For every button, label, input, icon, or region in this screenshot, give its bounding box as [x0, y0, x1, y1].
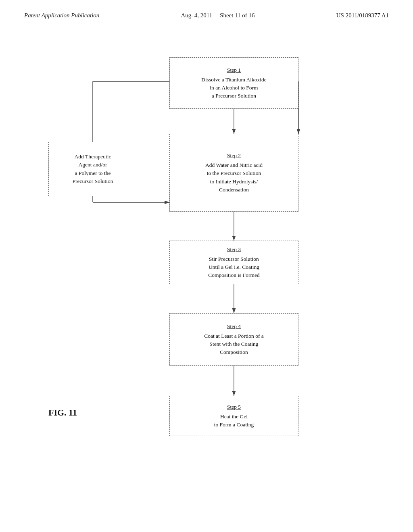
publication-label: Patent Application Publication — [24, 12, 99, 19]
side-box: Add TherapeuticAgent and/ora Polymer to … — [48, 142, 137, 196]
step3-box: Step 3 Stir Precursor SolutionUntil a Ge… — [169, 241, 298, 284]
step2-box: Step 2 Add Water and Nitric acidto the P… — [169, 134, 298, 212]
step3-text: Stir Precursor SolutionUntil a Gel i.e. … — [208, 255, 260, 280]
header: Patent Application Publication Aug. 4, 2… — [0, 0, 413, 27]
figure-label: FIG. 11 — [48, 407, 77, 418]
step4-box: Step 4 Coat at Least a Portion of aStent… — [169, 313, 298, 366]
step2-text: Add Water and Nitric acidto the Precurso… — [205, 161, 263, 194]
publication-date: Aug. 4, 2011 — [181, 12, 213, 19]
step2-label: Step 2 — [227, 152, 241, 160]
step3-label: Step 3 — [227, 245, 241, 254]
sheet-info: Sheet 11 of 16 — [220, 12, 255, 19]
side-box-text: Add TherapeuticAgent and/ora Polymer to … — [73, 153, 113, 185]
step1-box: Step 1 Dissolve a Titanium Alkoxidein an… — [169, 57, 298, 109]
diagram-area: Step 1 Dissolve a Titanium Alkoxidein an… — [0, 27, 413, 499]
header-center: Aug. 4, 2011 Sheet 11 of 16 — [181, 12, 255, 19]
flowchart: Step 1 Dissolve a Titanium Alkoxidein an… — [24, 35, 389, 490]
step1-text: Dissolve a Titanium Alkoxidein an Alcoho… — [201, 76, 267, 100]
step5-label: Step 5 — [227, 403, 241, 411]
patent-number: US 2011/0189377 A1 — [336, 12, 389, 19]
step4-text: Coat at Least a Portion of aStent with t… — [204, 332, 264, 357]
step5-text: Heat the Gelto Form a Coating — [214, 413, 254, 429]
page: Patent Application Publication Aug. 4, 2… — [0, 0, 413, 532]
step4-label: Step 4 — [227, 322, 241, 330]
step1-label: Step 1 — [227, 66, 241, 74]
step5-box: Step 5 Heat the Gelto Form a Coating — [169, 396, 298, 436]
